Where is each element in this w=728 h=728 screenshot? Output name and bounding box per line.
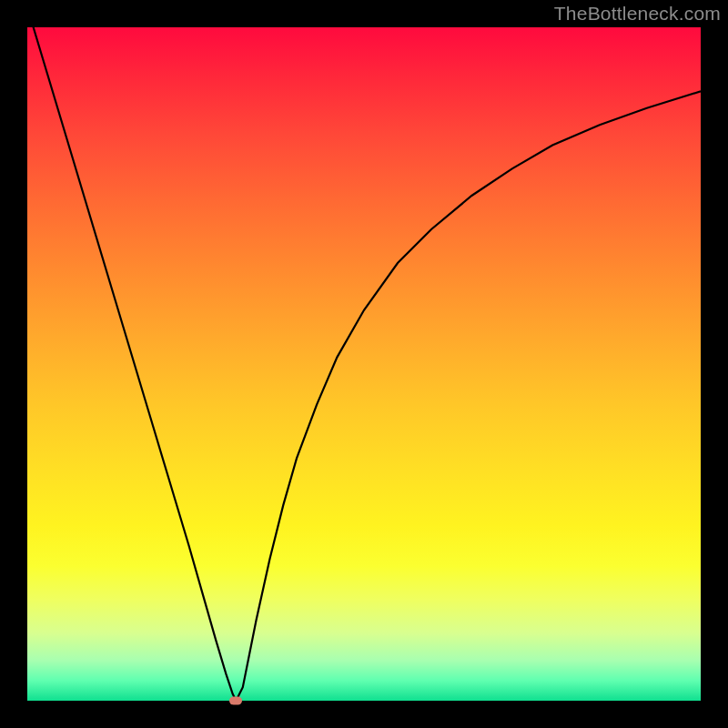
bottleneck-curve bbox=[27, 27, 701, 701]
optimum-marker bbox=[229, 697, 242, 705]
plot-area bbox=[27, 27, 701, 701]
chart-frame: TheBottleneck.com bbox=[0, 0, 728, 728]
curve-svg bbox=[27, 27, 701, 701]
watermark-text: TheBottleneck.com bbox=[554, 3, 721, 25]
